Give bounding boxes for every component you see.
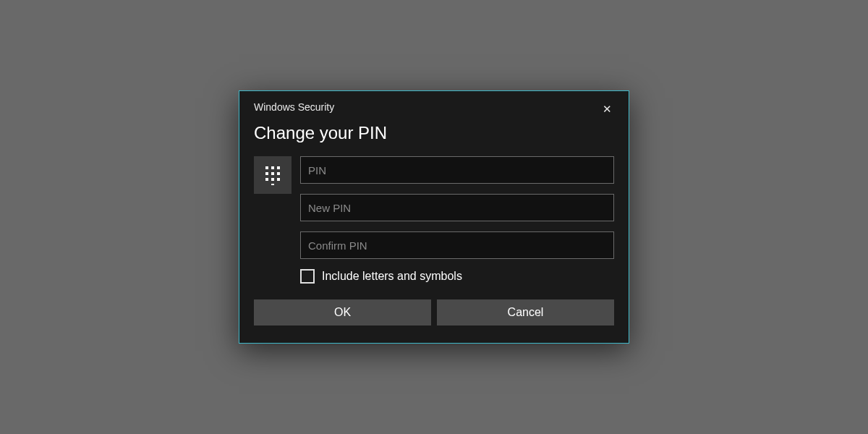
include-letters-row: Include letters and symbols	[239, 259, 629, 299]
svg-rect-4	[271, 172, 274, 175]
form-area	[239, 153, 629, 259]
svg-rect-9	[271, 184, 274, 185]
svg-rect-0	[265, 166, 268, 169]
svg-rect-7	[271, 178, 274, 181]
svg-rect-3	[265, 172, 268, 175]
include-letters-label: Include letters and symbols	[322, 270, 462, 283]
svg-rect-6	[265, 178, 268, 181]
fields-column	[300, 156, 614, 259]
change-pin-dialog: Windows Security ✕ Change your PIN	[239, 90, 629, 344]
cancel-button[interactable]: Cancel	[437, 299, 614, 326]
svg-rect-5	[277, 172, 280, 175]
keypad-icon-box	[254, 156, 292, 194]
svg-rect-1	[271, 166, 274, 169]
svg-rect-2	[277, 166, 280, 169]
new-pin-field[interactable]	[300, 194, 614, 221]
close-icon: ✕	[603, 103, 612, 116]
current-pin-field[interactable]	[300, 156, 614, 184]
button-row: OK Cancel	[239, 299, 629, 343]
ok-button[interactable]: OK	[254, 299, 431, 326]
svg-rect-8	[277, 178, 280, 181]
confirm-pin-field[interactable]	[300, 231, 614, 259]
dialog-app-name: Windows Security	[254, 101, 334, 113]
keypad-icon	[263, 165, 283, 185]
close-button[interactable]: ✕	[597, 101, 617, 117]
include-letters-checkbox[interactable]	[300, 269, 315, 284]
dialog-title: Change your PIN	[239, 117, 629, 153]
dialog-header: Windows Security ✕	[239, 91, 629, 117]
